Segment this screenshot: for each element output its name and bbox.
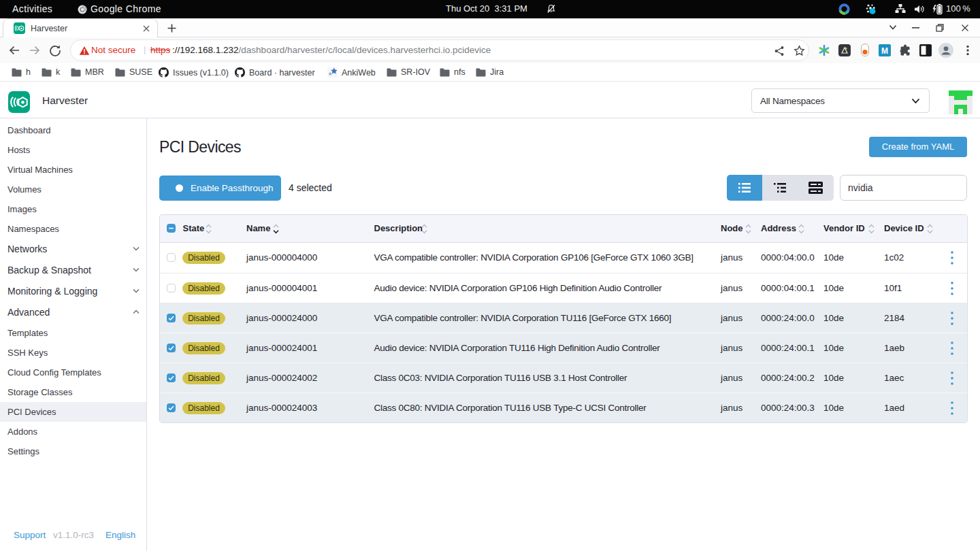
svg-text:M: M — [881, 46, 888, 56]
